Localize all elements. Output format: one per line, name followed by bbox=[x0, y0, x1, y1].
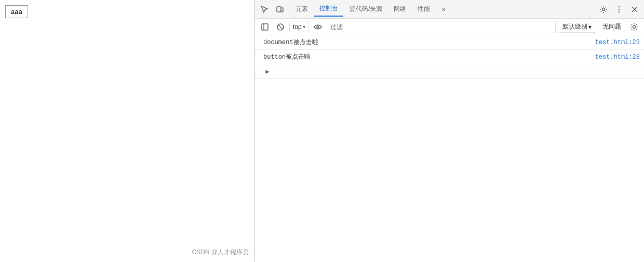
devtools-left-icons bbox=[257, 2, 287, 17]
console-settings-icon[interactable] bbox=[627, 20, 641, 34]
devtools-panel: 元素 控制台 源代码/来源 网络 性能 » bbox=[254, 0, 644, 262]
console-row-2: button被点击啦 test.html:28 bbox=[255, 50, 644, 64]
devtools-action-icons bbox=[596, 2, 642, 17]
settings-gear-icon[interactable] bbox=[596, 2, 611, 17]
svg-point-3 bbox=[619, 6, 620, 7]
tab-source[interactable]: 源代码/来源 bbox=[344, 2, 387, 17]
svg-line-11 bbox=[278, 25, 283, 29]
filter-input[interactable] bbox=[327, 21, 556, 33]
close-devtools-icon[interactable] bbox=[627, 2, 642, 17]
console-output: document被点击啦 test.html:23 button被点击啦 tes… bbox=[255, 35, 644, 262]
watermark: CSDN @人才程序员 bbox=[192, 248, 249, 257]
console-message-2-prefix: button bbox=[263, 53, 286, 61]
svg-rect-8 bbox=[262, 24, 268, 30]
svg-point-12 bbox=[317, 26, 319, 28]
log-level-label: 默认级别 bbox=[562, 22, 587, 31]
log-level-arrow: ▾ bbox=[588, 23, 592, 31]
console-link-1[interactable]: test.html:23 bbox=[595, 39, 640, 46]
clear-console-icon[interactable] bbox=[274, 20, 287, 34]
sidebar-toggle-icon[interactable] bbox=[258, 20, 272, 34]
aaa-button[interactable]: aaa bbox=[5, 5, 28, 18]
inspect-element-icon[interactable] bbox=[257, 2, 272, 17]
console-message-1-suffix: 被点击啦 bbox=[293, 39, 318, 46]
svg-point-4 bbox=[619, 8, 620, 9]
frame-selector-label: top bbox=[293, 23, 302, 31]
console-toolbar: top ▾ 默认级别 ▾ 无问题 bbox=[255, 19, 644, 35]
console-message-1: document被点击啦 bbox=[263, 38, 595, 47]
console-message-2-suffix: 被点击啦 bbox=[286, 53, 311, 61]
live-expressions-icon[interactable] bbox=[311, 20, 325, 34]
tab-elements[interactable]: 元素 bbox=[290, 2, 313, 17]
tab-console[interactable]: 控制台 bbox=[314, 2, 343, 17]
console-link-2[interactable]: test.html:28 bbox=[595, 53, 640, 61]
frame-selector[interactable]: top ▾ bbox=[289, 22, 309, 32]
devtools-tab-bar: 元素 控制台 源代码/来源 网络 性能 » bbox=[255, 0, 644, 19]
no-issues-label: 无问题 bbox=[598, 22, 625, 31]
browser-page: aaa CSDN @人才程序员 bbox=[0, 0, 254, 262]
tab-performance[interactable]: 性能 bbox=[412, 2, 435, 17]
console-message-1-prefix: document bbox=[263, 39, 293, 46]
tab-network[interactable]: 网络 bbox=[388, 2, 411, 17]
more-tabs-icon[interactable]: » bbox=[436, 2, 451, 17]
device-toggle-icon[interactable] bbox=[273, 2, 287, 17]
console-row-expand: ► bbox=[255, 64, 644, 79]
console-message-2: button被点击啦 bbox=[263, 52, 595, 61]
frame-selector-arrow: ▾ bbox=[303, 24, 305, 30]
svg-point-13 bbox=[633, 25, 636, 28]
svg-rect-0 bbox=[277, 7, 281, 12]
console-row-1: document被点击啦 test.html:23 bbox=[255, 35, 644, 50]
svg-point-5 bbox=[619, 11, 620, 12]
more-options-icon[interactable] bbox=[612, 2, 626, 17]
log-level-selector[interactable]: 默认级别 ▾ bbox=[558, 21, 596, 33]
svg-rect-1 bbox=[281, 8, 283, 12]
svg-point-2 bbox=[602, 8, 605, 10]
expand-arrow-icon[interactable]: ► bbox=[263, 67, 272, 76]
